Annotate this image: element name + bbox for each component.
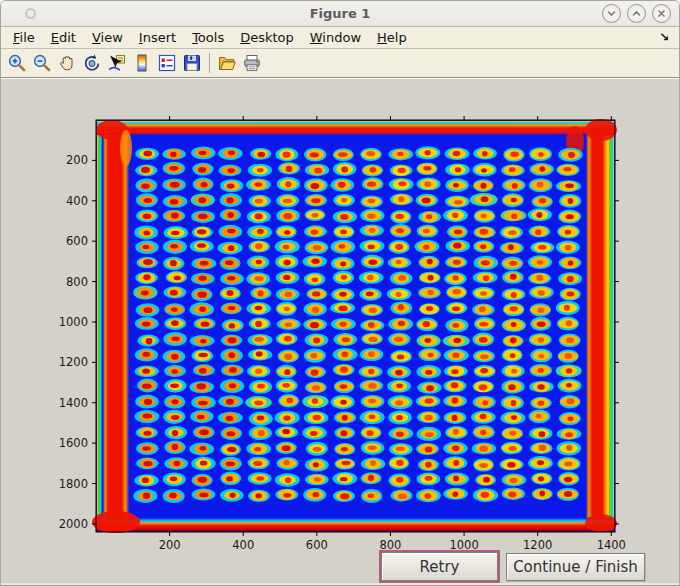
x-tick-label: 800 <box>379 538 401 552</box>
y-tick-label: 1000 <box>59 315 88 329</box>
figure-window: Figure 1 FileEditViewInsertToolsDesktopW… <box>0 0 680 586</box>
y-tick-label: 800 <box>66 275 88 289</box>
menu-items: FileEditViewInsertToolsDesktopWindowHelp <box>1 28 415 47</box>
close-x-icon <box>656 8 667 19</box>
rotate-3d-icon[interactable] <box>81 52 102 74</box>
menu-edit[interactable]: Edit <box>43 28 84 47</box>
close-button[interactable] <box>652 4 671 23</box>
window-controls <box>602 4 671 23</box>
y-tick-label: 200 <box>66 153 88 167</box>
window-title: Figure 1 <box>1 6 679 21</box>
data-cursor-icon[interactable] <box>106 52 127 74</box>
y-tick-label: 1200 <box>59 355 88 369</box>
window-menu-icon[interactable] <box>25 8 36 19</box>
figure-toolbar <box>1 49 679 78</box>
print-icon[interactable] <box>241 52 262 74</box>
legend-icon[interactable] <box>156 52 177 74</box>
dock-figure-icon[interactable]: ↘ <box>659 30 669 44</box>
continue-finish-button[interactable]: Continue / Finish <box>506 553 645 581</box>
menu-view[interactable]: View <box>84 28 131 47</box>
x-tick-label: 400 <box>232 538 254 552</box>
zoom-in-icon[interactable] <box>6 52 27 74</box>
maximize-button[interactable] <box>627 4 646 23</box>
y-tick-label: 1400 <box>59 396 88 410</box>
chevron-down-icon <box>606 8 617 19</box>
open-icon[interactable] <box>216 52 237 74</box>
y-tick-label: 2000 <box>59 517 88 531</box>
zoom-out-icon[interactable] <box>31 52 52 74</box>
pan-icon[interactable] <box>56 52 77 74</box>
colorbar-icon[interactable] <box>131 52 152 74</box>
minimize-button[interactable] <box>602 4 621 23</box>
y-tick-label: 1800 <box>59 477 88 491</box>
y-tick-label: 400 <box>66 194 88 208</box>
plot-area: 2004006008001000120014002004006008001000… <box>1 79 680 586</box>
titlebar[interactable]: Figure 1 <box>1 1 679 27</box>
menubar: FileEditViewInsertToolsDesktopWindowHelp… <box>1 27 679 49</box>
toolbar-separator <box>209 53 210 73</box>
chevron-up-icon <box>631 8 642 19</box>
menu-tools[interactable]: Tools <box>184 28 232 47</box>
menu-help[interactable]: Help <box>369 28 415 47</box>
x-tick-label: 600 <box>306 538 328 552</box>
y-tick-label: 1600 <box>59 436 88 450</box>
menu-desktop[interactable]: Desktop <box>232 28 302 47</box>
y-tick-label: 600 <box>66 234 88 248</box>
x-tick-label: 1000 <box>449 538 478 552</box>
menu-insert[interactable]: Insert <box>131 28 184 47</box>
x-tick-label: 1200 <box>523 538 552 552</box>
menu-window[interactable]: Window <box>302 28 369 47</box>
menu-file[interactable]: File <box>5 28 43 47</box>
x-tick-label: 200 <box>159 538 181 552</box>
retry-button[interactable]: Retry <box>381 552 498 581</box>
save-icon[interactable] <box>181 52 202 74</box>
figure-canvas: 2004006008001000120014002004006008001000… <box>1 78 679 586</box>
x-tick-label: 1400 <box>597 538 626 552</box>
